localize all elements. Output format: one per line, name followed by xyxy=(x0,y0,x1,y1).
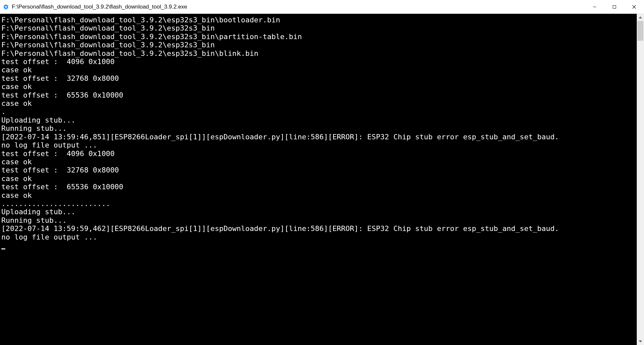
app-icon xyxy=(3,4,9,10)
svg-rect-0 xyxy=(593,7,596,7)
scroll-track[interactable] xyxy=(637,21,644,338)
content-area: F:\Personal\flash_download_tool_3.9.2\es… xyxy=(0,14,644,345)
maximize-button[interactable] xyxy=(605,0,624,13)
cursor xyxy=(1,248,5,249)
scroll-thumb[interactable] xyxy=(637,21,643,41)
scroll-down-arrow[interactable] xyxy=(637,338,644,345)
console-text: F:\Personal\flash_download_tool_3.9.2\es… xyxy=(1,16,559,241)
console-output[interactable]: F:\Personal\flash_download_tool_3.9.2\es… xyxy=(0,14,637,345)
scroll-up-arrow[interactable] xyxy=(637,14,644,21)
vertical-scrollbar[interactable] xyxy=(637,14,644,345)
titlebar: F:\Personal\flash_download_tool_3.9.2\fl… xyxy=(0,0,644,14)
window-title: F:\Personal\flash_download_tool_3.9.2\fl… xyxy=(12,4,585,10)
minimize-button[interactable] xyxy=(585,0,605,13)
close-button[interactable] xyxy=(624,0,644,13)
svg-rect-1 xyxy=(613,5,616,8)
window-controls xyxy=(585,0,644,13)
